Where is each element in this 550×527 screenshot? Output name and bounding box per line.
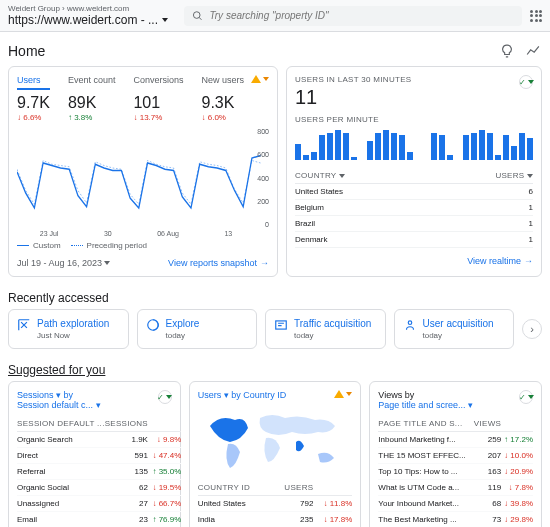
table-row[interactable]: Organic Search1.9K↓ 9.8% [17, 432, 181, 448]
svg-point-4 [408, 321, 412, 325]
card-icon [403, 318, 417, 332]
table-row[interactable]: United States6 [295, 184, 533, 200]
view-snapshot-link[interactable]: View reports snapshot → [168, 258, 269, 268]
card-users-by-country: Users ▾ by Country ID COUNTRY IDUSERS Un… [189, 381, 362, 527]
verified-badge[interactable]: ✓ [519, 390, 533, 404]
country-header[interactable]: COUNTRY [295, 168, 431, 184]
chart-legend: Custom Preceding period [17, 241, 269, 250]
table-row[interactable]: Belgium1 [295, 200, 533, 216]
insights-icon[interactable] [498, 42, 516, 60]
realtime-sparkbars [295, 130, 533, 160]
table-row[interactable]: Inbound Marketing f...259↑ 17.2% [378, 432, 533, 448]
table-row[interactable]: The Best Marketing ...73↓ 29.8% [378, 512, 533, 528]
overview-chart: 8006004002000 [17, 128, 269, 228]
card-icon [146, 318, 160, 332]
recent-card-path-exploration[interactable]: Path explorationJust Now [8, 309, 129, 349]
table-row[interactable]: Brazil1 [295, 216, 533, 232]
date-range-picker[interactable]: Jul 19 - Aug 16, 2023 [17, 258, 110, 268]
table-row[interactable]: THE 15 MOST EFFEC...207↓ 10.0% [378, 448, 533, 464]
realtime-table: COUNTRY USERS United States6Belgium1Braz… [295, 168, 533, 248]
suggested-title: Suggested for you [0, 357, 550, 381]
dimension-selector[interactable]: Page title and scree... ▾ [378, 400, 473, 410]
table-row[interactable]: Top 10 Tips: How to ...163↓ 20.9% [378, 464, 533, 480]
search-icon [192, 10, 203, 22]
metric-event-count[interactable]: Event count89K↑ 3.8% [68, 75, 116, 122]
verified-badge[interactable]: ✓ [519, 75, 533, 89]
realtime-title: USERS IN LAST 30 MINUTES [295, 75, 533, 84]
next-arrow[interactable]: › [522, 319, 542, 339]
anomaly-badge[interactable] [251, 75, 269, 83]
trend-icon[interactable] [524, 42, 542, 60]
warning-icon [251, 75, 261, 83]
country-table: COUNTRY IDUSERS United States792↓ 11.8%I… [198, 480, 353, 527]
pages-table: PAGE TITLE AND S...VIEWS Inbound Marketi… [378, 416, 533, 527]
users-header[interactable]: USERS [431, 168, 533, 184]
recent-title: Recently accessed [0, 285, 550, 309]
breadcrumb: Weidert Group › www.weidert.com [8, 4, 168, 13]
page-title: Home [8, 43, 45, 59]
table-row[interactable]: Unassigned27↓ 66.7% [17, 496, 181, 512]
overview-card: Users9.7K↓ 6.6%Event count89K↑ 3.8%Conve… [8, 66, 278, 277]
metric-label: Views by [378, 390, 414, 400]
realtime-card: ✓ USERS IN LAST 30 MINUTES 11 USERS PER … [286, 66, 542, 277]
table-row[interactable]: Organic Social62↓ 19.5% [17, 480, 181, 496]
apps-icon[interactable] [530, 10, 542, 22]
card-icon [17, 318, 31, 332]
table-row[interactable]: Referral135↑ 35.0% [17, 464, 181, 480]
recent-card-user-acquisition[interactable]: User acquisitiontoday [394, 309, 515, 349]
table-row[interactable]: Your Inbound Market...68↓ 39.8% [378, 496, 533, 512]
card-views-by-page: Views by Page title and scree... ▾ ✓ PAG… [369, 381, 542, 527]
table-row[interactable]: Email23↑ 76.9% [17, 512, 181, 528]
verified-badge[interactable]: ✓ [158, 390, 172, 404]
search-bar[interactable] [184, 6, 522, 26]
card-icon [274, 318, 288, 332]
table-row[interactable]: Direct591↓ 47.4% [17, 448, 181, 464]
recent-card-explore[interactable]: Exploretoday [137, 309, 258, 349]
metric-selector[interactable]: Users ▾ by Country ID [198, 390, 287, 400]
dimension-selector[interactable]: Session default c... ▾ [17, 400, 101, 410]
table-row[interactable]: India235↓ 17.8% [198, 512, 353, 528]
table-row[interactable]: United States792↓ 11.8% [198, 496, 353, 512]
metric-new-users[interactable]: New users9.3K↓ 6.0% [201, 75, 244, 122]
svg-line-1 [199, 17, 201, 19]
per-minute-label: USERS PER MINUTE [295, 115, 533, 124]
metric-selector[interactable]: Sessions ▾ by [17, 390, 73, 400]
search-input[interactable] [209, 10, 514, 21]
page-header: Home [0, 32, 550, 66]
view-realtime-link[interactable]: View realtime → [467, 256, 533, 266]
sessions-table: SESSION DEFAULT ...SESSIONS Organic Sear… [17, 416, 181, 527]
table-row[interactable]: What is UTM Code a...119↓ 7.8% [378, 480, 533, 496]
property-selector[interactable]: https://www.weidert.com - ... [8, 13, 168, 27]
world-map[interactable] [198, 406, 353, 476]
card-sessions-by-channel: Sessions ▾ by Session default c... ▾ ✓ S… [8, 381, 181, 527]
metric-conversions[interactable]: Conversions101↓ 13.7% [133, 75, 183, 122]
anomaly-badge[interactable] [334, 390, 352, 398]
svg-point-0 [193, 11, 200, 18]
realtime-value: 11 [295, 86, 533, 109]
table-row[interactable]: Denmark1 [295, 232, 533, 248]
recent-card-traffic-acquisition[interactable]: Traffic acquisitiontoday [265, 309, 386, 349]
metric-users[interactable]: Users9.7K↓ 6.6% [17, 75, 50, 122]
warning-icon [334, 390, 344, 398]
top-bar: Weidert Group › www.weidert.com https://… [0, 0, 550, 32]
